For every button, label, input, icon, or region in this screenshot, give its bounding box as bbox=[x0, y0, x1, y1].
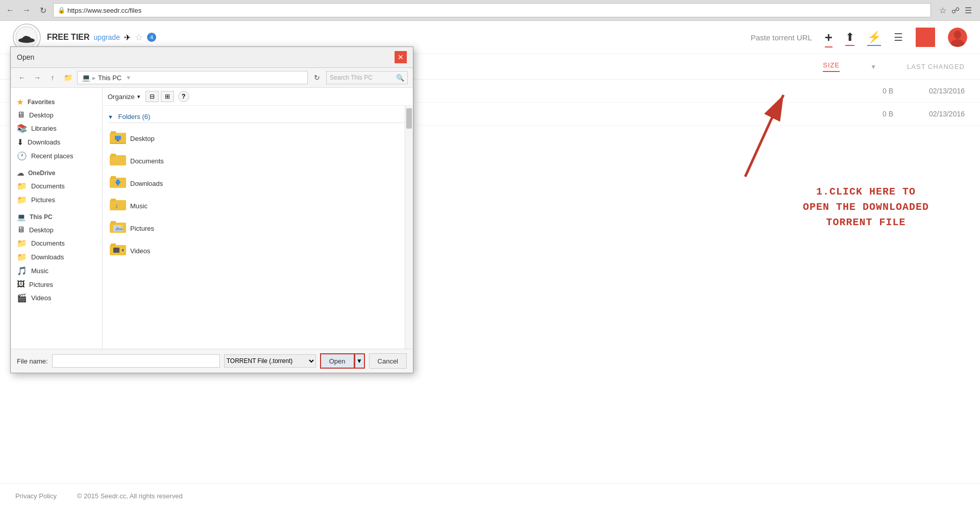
search-icon[interactable]: 🔍 bbox=[396, 74, 404, 82]
folders-section-header[interactable]: ▼ Folders (6) bbox=[108, 111, 408, 123]
downloads-pc-icon: 📁 bbox=[17, 252, 27, 262]
folder-label: Desktop bbox=[130, 135, 155, 142]
folder-item-videos[interactable]: Videos bbox=[108, 239, 408, 262]
address-bar[interactable]: 🔒 https://www.seedr.cc/files bbox=[53, 3, 931, 17]
upgrade-link[interactable]: upgrade bbox=[94, 33, 120, 41]
sidebar-item-label: Videos bbox=[31, 294, 52, 302]
view-icons-group: ⊟ ⊞ bbox=[145, 91, 174, 102]
upload-icon[interactable]: ⬆ bbox=[845, 31, 854, 44]
folder-item-documents[interactable]: Documents bbox=[108, 150, 408, 172]
star-icon[interactable]: ☆ bbox=[135, 32, 143, 43]
recent-places-icon: 🕐 bbox=[17, 151, 27, 161]
sidebar-item-music-pc[interactable]: 🎵 Music bbox=[11, 264, 102, 278]
dialog-footer: File name: TORRENT File (.torrent) Open … bbox=[11, 349, 413, 373]
folder-music-icon: ♪ bbox=[110, 197, 126, 214]
onedrive-icon: ☁ bbox=[17, 169, 24, 177]
svg-rect-16 bbox=[111, 154, 116, 156]
svg-rect-11 bbox=[111, 131, 116, 134]
svg-rect-19 bbox=[114, 161, 121, 162]
sidebar-favorites-section: ★ Favorites 🖥 Desktop 📚 Libraries ⬇ Down… bbox=[11, 96, 102, 163]
star-bullet-icon: ★ bbox=[17, 98, 23, 106]
sidebar-item-label: Desktop bbox=[29, 226, 54, 234]
sidebar-item-pictures-pc[interactable]: 🖼 Pictures bbox=[11, 278, 102, 291]
lightning-icon[interactable]: ⚡ bbox=[867, 31, 881, 44]
sidebar-item-recent[interactable]: 🕐 Recent places bbox=[11, 149, 102, 163]
forward-button[interactable]: → bbox=[20, 4, 33, 16]
dialog-body: ★ Favorites 🖥 Desktop 📚 Libraries ⬇ Down… bbox=[11, 88, 413, 349]
dialog-close-button[interactable]: ✕ bbox=[395, 51, 407, 63]
footer: Privacy Policy © 2015 Seedr.cc, All righ… bbox=[0, 483, 980, 508]
scroll-thumb bbox=[406, 108, 412, 129]
last-changed-column-header: LAST CHANGED bbox=[907, 63, 965, 70]
svg-point-4 bbox=[954, 31, 961, 39]
sidebar-item-desktop-fav[interactable]: 🖥 Desktop bbox=[11, 108, 102, 122]
sidebar-thispc-section: 💻 This PC 🖥 Desktop 📁 Documents 📁 Downlo… bbox=[11, 211, 102, 305]
help-button[interactable]: ? bbox=[178, 91, 189, 102]
view-tiles-button[interactable]: ⊞ bbox=[161, 91, 174, 102]
sidebar-item-desktop-pc[interactable]: 🖥 Desktop bbox=[11, 223, 102, 236]
dialog-back-button[interactable]: ← bbox=[16, 71, 28, 84]
open-button[interactable]: Open bbox=[320, 353, 355, 369]
folder-item-downloads[interactable]: Downloads bbox=[108, 172, 408, 195]
file-size-2: 0 B bbox=[852, 110, 893, 118]
file-size-1: 0 B bbox=[852, 87, 893, 95]
dialog-search-box[interactable]: Search This PC 🔍 bbox=[326, 71, 408, 84]
svg-rect-33 bbox=[113, 248, 119, 253]
file-date-1: 02/13/2016 bbox=[893, 87, 965, 95]
libraries-icon: 📚 bbox=[17, 124, 27, 133]
folder-item-desktop[interactable]: Desktop bbox=[108, 127, 408, 150]
view-details-button[interactable]: ⊟ bbox=[145, 91, 159, 102]
folder-label: Documents bbox=[130, 157, 164, 165]
open-dropdown-button[interactable]: ▼ bbox=[355, 353, 365, 369]
dialog-forward-button[interactable]: → bbox=[31, 71, 43, 84]
back-button[interactable]: ← bbox=[4, 4, 16, 16]
hamburger-menu-icon[interactable]: ☰ bbox=[894, 31, 903, 43]
svg-rect-14 bbox=[116, 141, 120, 141]
breadcrumb[interactable]: 💻 ▸ This PC ▼ bbox=[77, 71, 308, 84]
dialog-file-area: ▼ Folders (6) bbox=[103, 106, 413, 349]
folder-item-music[interactable]: ♪ Music bbox=[108, 195, 408, 217]
dialog-scroll[interactable] bbox=[405, 106, 413, 349]
sidebar-item-pictures-od[interactable]: 📁 Pictures bbox=[11, 193, 102, 207]
favorites-label: Favorites bbox=[28, 99, 55, 106]
sidebar-item-documents-pc[interactable]: 📁 Documents bbox=[11, 236, 102, 250]
filename-input[interactable] bbox=[52, 354, 220, 368]
music-pc-icon: 🎵 bbox=[17, 266, 27, 276]
organize-label: Organize bbox=[108, 93, 135, 101]
dialog-refresh-button[interactable]: ↻ bbox=[311, 71, 323, 84]
add-icon[interactable]: + bbox=[825, 30, 832, 45]
extensions-icon[interactable]: ☍ bbox=[951, 6, 960, 15]
folders-count-label: Folders (6) bbox=[118, 113, 151, 120]
svg-rect-12 bbox=[115, 136, 121, 140]
avatar[interactable] bbox=[948, 28, 967, 47]
sidebar-item-downloads-pc[interactable]: 📁 Downloads bbox=[11, 250, 102, 264]
avatar[interactable] bbox=[916, 28, 935, 47]
bookmark-icon[interactable]: ☆ bbox=[939, 6, 946, 15]
breadcrumb-location: This PC bbox=[98, 74, 121, 82]
breadcrumb-arrow-icon[interactable]: ▼ bbox=[126, 75, 131, 81]
svg-rect-21 bbox=[111, 176, 116, 179]
privacy-policy-link[interactable]: Privacy Policy bbox=[15, 492, 57, 500]
menu-icon[interactable]: ☰ bbox=[965, 6, 972, 15]
dialog-recent-button[interactable]: 📁 bbox=[62, 71, 74, 84]
dialog-up-button[interactable]: ↑ bbox=[46, 71, 59, 84]
plane-icon: ✈ bbox=[124, 33, 131, 42]
dialog-toolbar: ← → ↑ 📁 💻 ▸ This PC ▼ ↻ Search This PC 🔍 bbox=[11, 68, 413, 88]
sidebar-item-libraries[interactable]: 📚 Libraries bbox=[11, 122, 102, 135]
ssl-lock-icon: 🔒 bbox=[58, 7, 65, 14]
desktop-icon: 🖥 bbox=[17, 110, 25, 119]
size-column-header: SIZE bbox=[823, 61, 840, 72]
organize-button[interactable]: Organize ▼ bbox=[108, 93, 141, 101]
sidebar-item-documents-od[interactable]: 📁 Documents bbox=[11, 179, 102, 193]
folder-item-pictures[interactable]: Pictures bbox=[108, 217, 408, 239]
notification-badge[interactable]: 4 bbox=[147, 33, 156, 42]
paste-url-text[interactable]: Paste torrent URL bbox=[751, 33, 812, 42]
cancel-button[interactable]: Cancel bbox=[369, 353, 407, 369]
filetype-select[interactable]: TORRENT File (.torrent) bbox=[224, 354, 316, 368]
sidebar-favorites-header: ★ Favorites bbox=[11, 96, 102, 108]
reload-button[interactable]: ↻ bbox=[37, 4, 49, 16]
thispc-icon: 💻 bbox=[17, 213, 26, 221]
sort-icon[interactable]: ▼ bbox=[870, 63, 876, 70]
sidebar-item-downloads-fav[interactable]: ⬇ Downloads bbox=[11, 135, 102, 149]
sidebar-item-videos-pc[interactable]: 🎬 Videos bbox=[11, 291, 102, 305]
